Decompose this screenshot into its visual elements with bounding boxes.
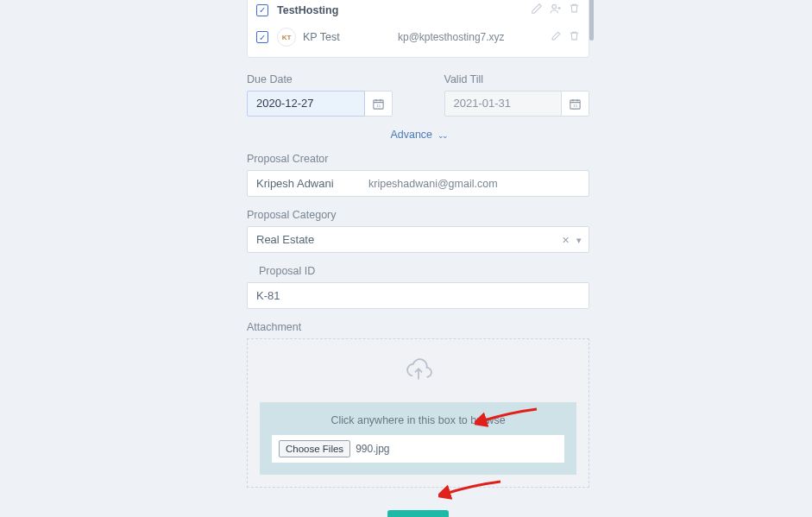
proposal-category-select[interactable]: Real Estate ✕ ▾ xyxy=(247,226,589,253)
delete-icon[interactable] xyxy=(569,30,580,44)
proposal-id-label: Proposal ID xyxy=(247,265,589,277)
contact-row: ✓ KT KP Test kp@kptesthosting7.xyz xyxy=(248,22,589,52)
proposal-creator-field[interactable]: Kripesh Adwani kripeshadwani@gmail.com xyxy=(247,170,589,197)
due-date-input[interactable]: 2020-12-27 xyxy=(247,91,365,117)
contact-row: ✓ TestHosting xyxy=(248,0,589,22)
contact-email: kp@kptesthosting7.xyz xyxy=(398,31,551,43)
attachment-dropzone[interactable]: Click anywhere in this box to browse Cho… xyxy=(247,338,589,488)
file-input-row[interactable]: Choose Files 990.jpg xyxy=(272,435,564,463)
delete-icon[interactable] xyxy=(569,3,580,17)
proposal-category-label: Proposal Category xyxy=(247,209,589,221)
clear-icon[interactable]: ✕ xyxy=(562,234,570,245)
file-drop-area[interactable]: Click anywhere in this box to browse Cho… xyxy=(260,402,576,475)
advance-toggle[interactable]: Advance ⌄⌄ xyxy=(247,129,589,141)
avatar: KT xyxy=(277,28,296,47)
attachment-label: Attachment xyxy=(247,321,589,333)
drop-hint: Click anywhere in this box to browse xyxy=(272,414,564,426)
contact-name: TestHosting xyxy=(277,4,372,16)
calendar-icon[interactable]: 11 xyxy=(562,91,589,117)
proposal-creator-label: Proposal Creator xyxy=(247,153,589,165)
creator-name: Kripesh Adwani xyxy=(256,177,368,190)
add-user-icon[interactable] xyxy=(550,3,562,17)
scrollbar[interactable] xyxy=(589,0,594,41)
due-date-label: Due Date xyxy=(247,73,393,85)
valid-till-label: Valid Till xyxy=(444,73,590,85)
edit-icon[interactable] xyxy=(531,3,543,17)
next-button[interactable]: Next xyxy=(387,510,449,517)
checkbox-icon[interactable]: ✓ xyxy=(256,31,268,43)
contact-name: KP Test xyxy=(303,31,398,43)
svg-point-0 xyxy=(552,4,557,9)
checkbox-icon[interactable]: ✓ xyxy=(256,4,268,16)
svg-text:11: 11 xyxy=(573,104,577,108)
selected-file-name: 990.jpg xyxy=(356,443,389,455)
proposal-id-input[interactable]: K-81 xyxy=(247,282,589,309)
edit-icon[interactable] xyxy=(551,30,562,44)
chevron-down-icon: ⌄⌄ xyxy=(437,131,446,140)
chevron-down-icon[interactable]: ▾ xyxy=(576,234,582,245)
svg-text:11: 11 xyxy=(376,104,381,108)
creator-email: kripeshadwani@gmail.com xyxy=(368,178,498,190)
contacts-card: ✓ TestHosting ✓ KT KP Test kp@kptesthost… xyxy=(247,0,589,58)
choose-files-button[interactable]: Choose Files xyxy=(279,440,350,457)
valid-till-input[interactable]: 2021-01-31 xyxy=(444,91,563,117)
calendar-icon[interactable]: 11 xyxy=(365,91,393,117)
upload-cloud-icon xyxy=(404,358,433,387)
